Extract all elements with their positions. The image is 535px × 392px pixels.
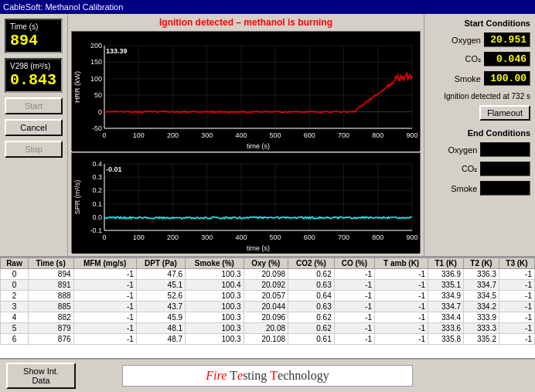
- table-cell: 20.092: [244, 280, 288, 291]
- table-cell: -1: [375, 323, 428, 334]
- table-cell: -1: [334, 312, 374, 323]
- table-cell: 48.1: [136, 323, 185, 334]
- brand-fire: Fire: [206, 369, 227, 383]
- table-section: RawTime (s)MFM (mg/s)DPT (Pa)Smoke (%)Ox…: [0, 256, 535, 358]
- table-cell: 0.63: [288, 280, 335, 291]
- table-cell: 336.3: [464, 269, 499, 280]
- table-row: 4882-145.9100.320.0960.62-1-1334.4333.9-…: [1, 312, 535, 323]
- flameout-button[interactable]: Flameout: [479, 105, 530, 121]
- left-panel: Time (s) 894 V298 (m²/s) 0.843 Start Can…: [0, 14, 68, 256]
- bottom-bar: Show Int. Data Fire Testing Technology: [0, 358, 535, 392]
- co2-start-row: CO₂ 0.046: [429, 52, 530, 66]
- ignition-text: Ignition detected at 732 s: [429, 92, 530, 101]
- table-cell: 335.1: [428, 280, 464, 291]
- table-cell: 882: [28, 312, 73, 323]
- table-cell: 2: [1, 291, 29, 302]
- smoke-start-row: Smoke 100.00: [429, 71, 530, 86]
- table-cell: 888: [28, 291, 73, 302]
- table-cell: 100.3: [186, 302, 244, 312]
- table-cell: 0.63: [288, 302, 335, 312]
- table-cell: 0.62: [288, 312, 335, 323]
- table-header-cell: Raw: [1, 258, 29, 269]
- table-cell: -1: [73, 280, 136, 291]
- table-cell: 0: [1, 269, 29, 280]
- table-cell: -1: [334, 334, 374, 345]
- table-cell: -1: [375, 280, 428, 291]
- table-cell: 0.62: [288, 269, 335, 280]
- table-cell: -1: [375, 334, 428, 345]
- table-cell: 20.098: [244, 269, 288, 280]
- stop-button[interactable]: Stop: [5, 141, 63, 158]
- table-header-cell: CO2 (%): [288, 258, 335, 269]
- table-header-cell: Time (s): [28, 258, 73, 269]
- table-body: 0894-147.6100.320.0980.62-1-1336.9336.3-…: [1, 269, 535, 345]
- table-cell: 0.62: [288, 323, 335, 334]
- table-cell: -1: [334, 269, 374, 280]
- table-cell: -1: [375, 291, 428, 302]
- table-cell: 100.3: [186, 269, 244, 280]
- table-cell: 5: [1, 323, 29, 334]
- co2-end-value: [480, 162, 530, 176]
- table-cell: 335.2: [464, 334, 499, 345]
- main-container: Time (s) 894 V298 (m²/s) 0.843 Start Can…: [0, 14, 535, 392]
- table-cell: 100.3: [186, 334, 244, 345]
- table-cell: 100.3: [186, 323, 244, 334]
- table-cell: 333.3: [464, 323, 499, 334]
- table-cell: 45.1: [136, 280, 185, 291]
- table-cell: 333.6: [428, 323, 464, 334]
- v298-value: 0.843: [10, 71, 57, 89]
- v298-label: V298 (m²/s): [10, 62, 57, 70]
- table-cell: 334.7: [464, 280, 499, 291]
- table-cell: 47.6: [136, 269, 185, 280]
- table-cell: 334.5: [464, 291, 499, 302]
- time-measurement-box: Time (s) 894: [5, 19, 63, 53]
- table-cell: -1: [375, 302, 428, 312]
- table-cell: 52.6: [136, 291, 185, 302]
- right-panel: Start Conditions Oxygen 20.951 CO₂ 0.046…: [424, 14, 535, 256]
- table-cell: -1: [499, 269, 535, 280]
- table-cell: -1: [334, 291, 374, 302]
- start-conditions-title: Start Conditions: [429, 19, 530, 28]
- table-cell: -1: [375, 312, 428, 323]
- brand-technology: T: [270, 369, 278, 383]
- table-cell: 334.4: [428, 312, 464, 323]
- spr-chart: [72, 153, 420, 254]
- table-cell: -1: [499, 280, 535, 291]
- table-cell: 879: [28, 323, 73, 334]
- table-header-cell: T2 (K): [464, 258, 499, 269]
- oxygen-start-value: 20.951: [484, 32, 530, 47]
- table-cell: 45.9: [136, 312, 185, 323]
- data-table-wrapper[interactable]: RawTime (s)MFM (mg/s)DPT (Pa)Smoke (%)Ox…: [0, 257, 535, 358]
- spr-chart-container: [71, 152, 421, 253]
- data-table: RawTime (s)MFM (mg/s)DPT (Pa)Smoke (%)Ox…: [0, 257, 535, 345]
- v298-measurement-box: V298 (m²/s) 0.843: [5, 58, 63, 93]
- table-cell: 100.3: [186, 312, 244, 323]
- table-cell: 336.9: [428, 269, 464, 280]
- table-cell: 0.64: [288, 291, 335, 302]
- oxygen-end-value: [480, 142, 530, 157]
- cancel-button[interactable]: Cancel: [5, 119, 63, 136]
- table-cell: 20.08: [244, 323, 288, 334]
- time-label: Time (s): [10, 22, 57, 31]
- table-cell: 876: [28, 334, 73, 345]
- table-cell: 334.9: [428, 291, 464, 302]
- time-value: 894: [10, 32, 57, 49]
- table-cell: 891: [28, 280, 73, 291]
- end-conditions-title: End Conditions: [429, 128, 530, 138]
- show-int-data-button[interactable]: Show Int. Data: [6, 363, 76, 389]
- start-button[interactable]: Start: [5, 97, 63, 114]
- table-cell: 894: [28, 269, 73, 280]
- hrr-chart-container: [71, 31, 421, 151]
- table-cell: -1: [375, 269, 428, 280]
- table-cell: 6: [1, 334, 29, 345]
- table-header-cell: T3 (K): [499, 258, 535, 269]
- smoke-start-label: Smoke: [455, 74, 481, 84]
- table-cell: 20.096: [244, 312, 288, 323]
- table-cell: -1: [499, 334, 535, 345]
- table-cell: -1: [334, 302, 374, 312]
- table-header-cell: Oxy (%): [244, 258, 288, 269]
- table-cell: -1: [73, 334, 136, 345]
- table-cell: 885: [28, 302, 73, 312]
- table-row: 0894-147.6100.320.0980.62-1-1336.9336.3-…: [1, 269, 535, 280]
- alert-text: Ignition detected – methanol is burning: [71, 17, 421, 28]
